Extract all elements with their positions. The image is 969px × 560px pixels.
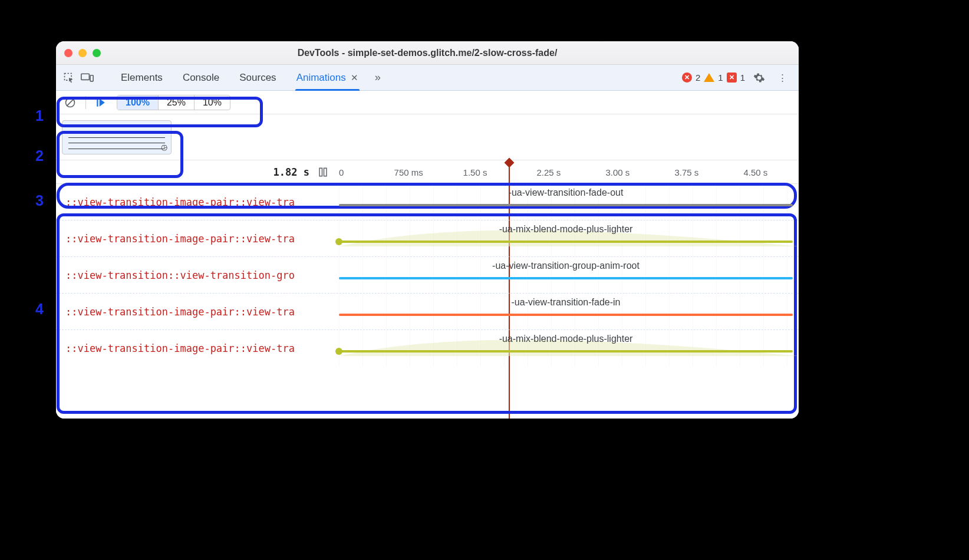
tab-elements[interactable]: Elements [114, 65, 170, 90]
tick: 2.25 s [536, 167, 561, 177]
track-bar[interactable] [339, 350, 793, 353]
keyframe-dot[interactable] [335, 348, 342, 355]
track-row[interactable]: ::view-transition-image-pair::view-tra-u… [56, 294, 799, 330]
track-row[interactable]: ::view-transition-image-pair::view-tra-u… [56, 220, 799, 257]
window-title: DevTools - simple-set-demos.glitch.me/2-… [56, 48, 799, 58]
warning-count[interactable]: 1 [718, 73, 723, 83]
tracks: ::view-transition-image-pair::view-tra-u… [56, 184, 799, 367]
inspect-icon[interactable] [63, 72, 75, 84]
clock-icon: ◷ [161, 143, 167, 151]
tick: 3.75 s [674, 167, 698, 177]
track-selector[interactable]: ::view-transition-image-pair::view-tra [56, 196, 339, 208]
close-icon[interactable]: ✕ [351, 73, 358, 83]
keyframe-dot[interactable] [335, 238, 342, 245]
grid-stripes [339, 184, 799, 220]
current-time: 1.82 s [273, 166, 309, 178]
anim-group-thumb[interactable]: ◷ [62, 120, 172, 154]
tick: 3.00 s [605, 167, 629, 177]
anim-toolbar: 100% 25% 10% [56, 91, 799, 114]
svg-line-4 [67, 99, 74, 106]
grid-stripes [339, 294, 799, 330]
devtools-window: DevTools - simple-set-demos.glitch.me/2-… [56, 41, 799, 419]
play-icon[interactable] [92, 95, 110, 110]
callout-2: 2 [35, 147, 44, 164]
minimize-icon[interactable] [78, 49, 87, 57]
callout-1: 1 [35, 107, 44, 124]
more-tabs-icon[interactable]: » [371, 71, 384, 84]
track-row[interactable]: ::view-transition::view-transition-gro-u… [56, 257, 799, 294]
track-row[interactable]: ::view-transition-image-pair::view-tra-u… [56, 330, 799, 367]
svg-rect-1 [81, 74, 90, 80]
tick: 750 ms [394, 167, 423, 177]
track-selector[interactable]: ::view-transition-image-pair::view-tra [56, 233, 339, 245]
speed-100[interactable]: 100% [117, 95, 158, 110]
track-bar[interactable] [339, 241, 793, 243]
error-icon[interactable]: ✕ [682, 73, 692, 83]
tick: 4.50 s [743, 167, 767, 177]
tab-label: Console [183, 72, 219, 84]
device-icon[interactable] [81, 72, 94, 84]
track-selector[interactable]: ::view-transition::view-transition-gro [56, 269, 339, 281]
animations-panel: 100% 25% 10% ◷ 1.82 s [56, 91, 799, 419]
easing-curve [339, 332, 799, 356]
issue-icon[interactable]: ✕ [727, 73, 737, 83]
tab-sources[interactable]: Sources [232, 65, 283, 90]
timeline-header[interactable]: 1.82 s 0 750 ms 1.50 s 2.25 s 3.00 s 3.7… [56, 160, 799, 184]
divider [85, 96, 86, 109]
callout-3: 3 [35, 192, 44, 209]
easing-curve [339, 223, 799, 246]
traffic-lights[interactable] [64, 49, 101, 57]
track-bar[interactable] [339, 277, 793, 279]
timeline-ticks[interactable]: 0 750 ms 1.50 s 2.25 s 3.00 s 3.75 s 4.5… [339, 160, 799, 183]
grid-stripes [339, 257, 799, 293]
track-lane[interactable]: -ua-mix-blend-mode-plus-lighter [339, 330, 799, 367]
tick: 0 [339, 167, 344, 177]
error-count[interactable]: 2 [696, 73, 700, 83]
svg-rect-5 [97, 98, 98, 107]
track-bar[interactable] [339, 314, 793, 316]
zoom-icon[interactable] [93, 49, 101, 57]
buffer-row: ◷ [56, 114, 799, 160]
track-bar[interactable] [339, 204, 793, 206]
gear-icon[interactable] [749, 72, 770, 84]
titlebar: DevTools - simple-set-demos.glitch.me/2-… [56, 41, 799, 65]
track-lane[interactable]: -ua-view-transition-fade-out [339, 184, 799, 220]
svg-rect-7 [324, 168, 327, 176]
pause-icon[interactable] [318, 167, 328, 177]
svg-rect-2 [90, 75, 93, 81]
tab-label: Animations [296, 72, 346, 84]
tab-console[interactable]: Console [176, 65, 226, 90]
speed-group: 100% 25% 10% [117, 95, 230, 110]
clear-icon[interactable] [61, 94, 80, 111]
warning-icon[interactable] [704, 73, 714, 82]
track-lane[interactable]: -ua-view-transition-fade-in [339, 294, 799, 330]
tab-label: Sources [239, 72, 276, 84]
svg-rect-6 [319, 168, 322, 176]
track-selector[interactable]: ::view-transition-image-pair::view-tra [56, 342, 339, 354]
close-icon[interactable] [64, 49, 72, 57]
devtools-tabs: Elements Console Sources Animations ✕ » … [56, 65, 799, 91]
track-selector[interactable]: ::view-transition-image-pair::view-tra [56, 306, 339, 318]
tab-animations[interactable]: Animations ✕ [289, 65, 365, 90]
tab-label: Elements [121, 72, 163, 84]
tick: 1.50 s [463, 167, 487, 177]
speed-10[interactable]: 10% [194, 95, 230, 110]
track-lane[interactable]: -ua-mix-blend-mode-plus-lighter [339, 220, 799, 256]
issue-count[interactable]: 1 [740, 73, 745, 83]
callout-4: 4 [35, 301, 44, 318]
speed-25[interactable]: 25% [158, 95, 194, 110]
track-lane[interactable]: -ua-view-transition-group-anim-root [339, 257, 799, 293]
track-row[interactable]: ::view-transition-image-pair::view-tra-u… [56, 184, 799, 220]
kebab-icon[interactable]: ⋮ [773, 73, 792, 83]
